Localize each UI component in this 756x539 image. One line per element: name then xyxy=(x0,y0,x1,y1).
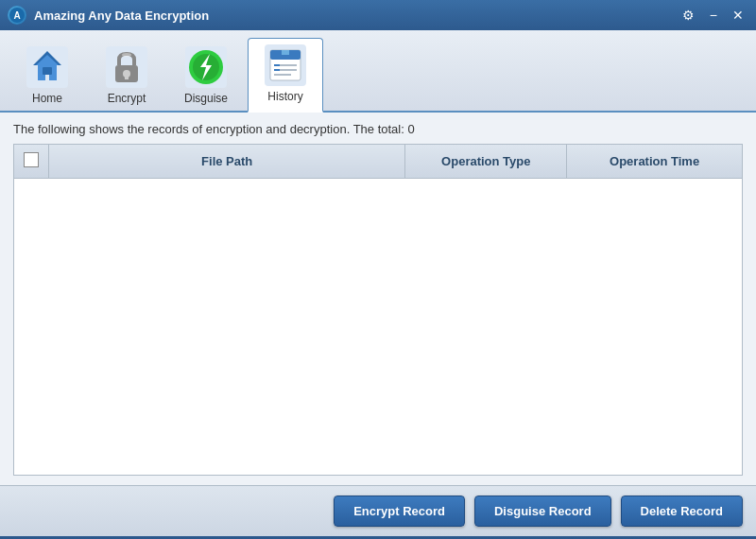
nav-label-home: Home xyxy=(32,92,62,105)
app-title: Amazing Any Data Encryption xyxy=(34,9,678,23)
file-path-header: File Path xyxy=(49,145,405,179)
main-content: The following shows the records of encry… xyxy=(0,113,756,485)
title-bar: A Amazing Any Data Encryption ⚙ − ✕ xyxy=(0,0,756,30)
nav-label-encrypt: Encrypt xyxy=(108,92,146,105)
toolbar: Home Encrypt Disguise xyxy=(0,30,756,113)
svg-rect-23 xyxy=(274,69,280,71)
svg-rect-9 xyxy=(125,74,129,79)
app-icon: A xyxy=(8,6,26,25)
info-text: The following shows the records of encry… xyxy=(13,122,743,136)
settings-button[interactable]: ⚙ xyxy=(678,6,699,25)
encrypt-icon xyxy=(106,46,147,88)
disguise-icon xyxy=(185,46,227,88)
home-icon xyxy=(26,46,68,88)
minimize-button[interactable]: − xyxy=(705,6,722,25)
nav-item-home[interactable]: Home xyxy=(9,41,85,111)
svg-rect-21 xyxy=(274,74,291,76)
table-header-row: File Path Operation Type Operation Time xyxy=(14,145,742,179)
data-table: File Path Operation Type Operation Time xyxy=(14,145,742,179)
footer: Encrypt Record Disguise Record Delete Re… xyxy=(0,485,756,536)
history-icon xyxy=(265,44,306,86)
svg-text:A: A xyxy=(13,10,20,21)
operation-time-header: Operation Time xyxy=(567,145,742,179)
svg-rect-4 xyxy=(43,67,52,75)
close-button[interactable]: ✕ xyxy=(728,6,748,25)
nav-item-encrypt[interactable]: Encrypt xyxy=(89,41,164,111)
delete-record-button[interactable]: Delete Record xyxy=(621,496,743,527)
nav-label-history: History xyxy=(267,90,302,103)
nav-label-disguise: Disguise xyxy=(184,92,228,105)
nav-item-disguise[interactable]: Disguise xyxy=(168,41,244,111)
window-controls: ⚙ − ✕ xyxy=(678,6,748,25)
svg-rect-22 xyxy=(274,64,280,66)
svg-rect-18 xyxy=(282,50,289,55)
svg-point-10 xyxy=(122,53,131,57)
nav-item-history[interactable]: History xyxy=(248,38,323,113)
encrypt-record-button[interactable]: Encrypt Record xyxy=(334,496,465,527)
select-all-checkbox[interactable] xyxy=(24,152,39,167)
operation-type-header: Operation Type xyxy=(405,145,567,179)
checkbox-column-header xyxy=(14,145,49,179)
table-container: File Path Operation Type Operation Time xyxy=(13,144,743,476)
disguise-record-button[interactable]: Disguise Record xyxy=(474,496,611,527)
